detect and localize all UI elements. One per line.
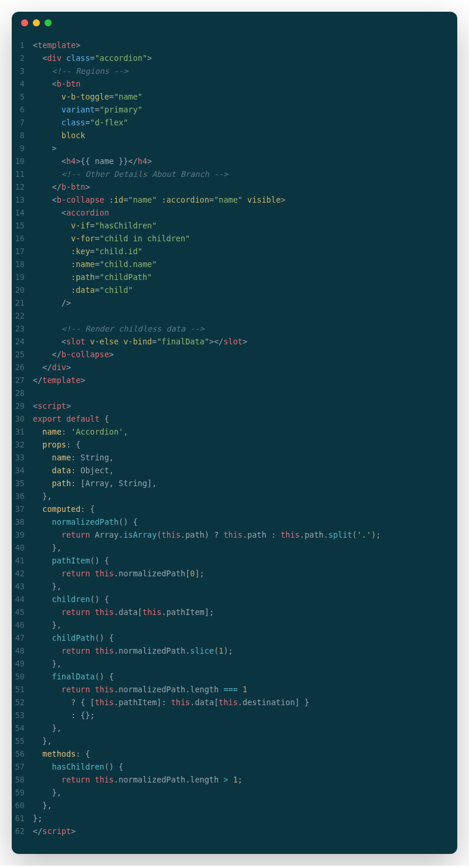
code-line: 28 bbox=[12, 387, 457, 399]
code-line: 25 </b-collapse> bbox=[12, 348, 457, 361]
line-number: 48 bbox=[12, 644, 33, 657]
code-line: 13 <b-collapse :id="name" :accordion="na… bbox=[12, 193, 457, 206]
line-number: 10 bbox=[12, 155, 33, 168]
line-number: 34 bbox=[12, 464, 33, 477]
zoom-icon[interactable] bbox=[45, 19, 52, 26]
code-line: 47 childPath() { bbox=[12, 631, 457, 644]
code-editor[interactable]: 1<template>2 <div class="accordion">3 <!… bbox=[12, 34, 457, 854]
line-number: 9 bbox=[12, 142, 33, 155]
line-number: 23 bbox=[12, 322, 33, 335]
line-number: 54 bbox=[12, 722, 33, 734]
line-content: path: [Array, String], bbox=[33, 477, 457, 490]
line-content: <template> bbox=[33, 39, 457, 52]
code-line: 39 return Array.isArray(this.path) ? thi… bbox=[12, 528, 457, 541]
line-content: <b-collapse :id="name" :accordion="name"… bbox=[33, 193, 457, 206]
line-content: }, bbox=[33, 580, 457, 593]
line-number: 61 bbox=[12, 812, 33, 825]
line-number: 36 bbox=[12, 490, 33, 503]
line-content: :data="child" bbox=[33, 283, 457, 296]
code-line: 57 hasChildren() { bbox=[12, 760, 457, 773]
code-line: 30export default { bbox=[12, 412, 457, 425]
code-line: 11 <!-- Other Details About Branch --> bbox=[12, 168, 457, 180]
line-content: :name="child.name" bbox=[33, 258, 457, 271]
line-number: 55 bbox=[12, 734, 33, 747]
code-line: 22 bbox=[12, 309, 457, 322]
code-line: 27</template> bbox=[12, 374, 457, 387]
code-line: 34 data: Object, bbox=[12, 464, 457, 477]
code-line: 32 props: { bbox=[12, 438, 457, 451]
code-line: 55 }, bbox=[12, 734, 457, 747]
line-content: hasChildren() { bbox=[33, 760, 457, 773]
line-content: ? { [this.pathItem]: this.data[this.dest… bbox=[33, 696, 457, 709]
line-content: > bbox=[33, 142, 457, 155]
line-number: 19 bbox=[12, 271, 33, 283]
line-content: variant="primary" bbox=[33, 103, 457, 116]
line-content: name: 'Accordion', bbox=[33, 425, 457, 438]
line-content: finalData() { bbox=[33, 670, 457, 683]
line-number: 50 bbox=[12, 670, 33, 683]
code-line: 44 children() { bbox=[12, 593, 457, 606]
line-content: normalizedPath() { bbox=[33, 515, 457, 528]
line-number: 3 bbox=[12, 64, 33, 77]
line-content: </script> bbox=[33, 825, 457, 838]
line-number: 47 bbox=[12, 631, 33, 644]
line-content: return this.normalizedPath[0]; bbox=[33, 567, 457, 580]
window-titlebar bbox=[12, 12, 457, 34]
code-line: 10 <h4>{{ name }}</h4> bbox=[12, 155, 457, 168]
line-number: 62 bbox=[12, 825, 33, 838]
line-number: 59 bbox=[12, 786, 33, 799]
code-line: 23 <!-- Render childless data --> bbox=[12, 322, 457, 335]
line-number: 53 bbox=[12, 709, 33, 722]
line-number: 20 bbox=[12, 283, 33, 296]
line-content: props: { bbox=[33, 438, 457, 451]
line-number: 2 bbox=[12, 52, 33, 64]
line-content: : {}; bbox=[33, 709, 457, 722]
code-line: 61}; bbox=[12, 812, 457, 825]
line-content: <accordion bbox=[33, 206, 457, 219]
line-content bbox=[33, 309, 457, 322]
code-line: 38 normalizedPath() { bbox=[12, 515, 457, 528]
line-number: 49 bbox=[12, 657, 33, 670]
code-line: 20 :data="child" bbox=[12, 283, 457, 296]
line-content: childPath() { bbox=[33, 631, 457, 644]
line-number: 44 bbox=[12, 593, 33, 606]
line-content: </template> bbox=[33, 374, 457, 387]
line-number: 39 bbox=[12, 528, 33, 541]
code-line: 4 <b-btn bbox=[12, 77, 457, 90]
line-content: <h4>{{ name }}</h4> bbox=[33, 155, 457, 168]
line-number: 21 bbox=[12, 296, 33, 309]
line-content: block bbox=[33, 129, 457, 142]
line-number: 22 bbox=[12, 309, 33, 322]
line-number: 18 bbox=[12, 258, 33, 271]
line-number: 40 bbox=[12, 541, 33, 554]
line-number: 32 bbox=[12, 438, 33, 451]
minimize-icon[interactable] bbox=[33, 19, 40, 26]
line-number: 41 bbox=[12, 554, 33, 567]
line-content: class="d-flex" bbox=[33, 116, 457, 129]
line-content: }, bbox=[33, 618, 457, 631]
line-number: 43 bbox=[12, 580, 33, 593]
line-content: v-if="hasChildren" bbox=[33, 219, 457, 232]
line-number: 25 bbox=[12, 348, 33, 361]
line-content: /> bbox=[33, 296, 457, 309]
code-line: 49 }, bbox=[12, 657, 457, 670]
line-number: 24 bbox=[12, 335, 33, 348]
line-number: 46 bbox=[12, 618, 33, 631]
close-icon[interactable] bbox=[21, 19, 28, 26]
line-content: computed: { bbox=[33, 503, 457, 515]
line-number: 11 bbox=[12, 168, 33, 180]
line-number: 8 bbox=[12, 129, 33, 142]
line-content: }, bbox=[33, 786, 457, 799]
line-number: 16 bbox=[12, 232, 33, 245]
code-line: 59 }, bbox=[12, 786, 457, 799]
line-content: }, bbox=[33, 799, 457, 812]
code-line: 56 methods: { bbox=[12, 747, 457, 760]
line-content: <!-- Other Details About Branch --> bbox=[33, 168, 457, 180]
line-number: 14 bbox=[12, 206, 33, 219]
line-number: 56 bbox=[12, 747, 33, 760]
line-content: </b-btn> bbox=[33, 180, 457, 193]
line-number: 12 bbox=[12, 180, 33, 193]
code-line: 26 </div> bbox=[12, 361, 457, 374]
line-number: 4 bbox=[12, 77, 33, 90]
code-line: 35 path: [Array, String], bbox=[12, 477, 457, 490]
